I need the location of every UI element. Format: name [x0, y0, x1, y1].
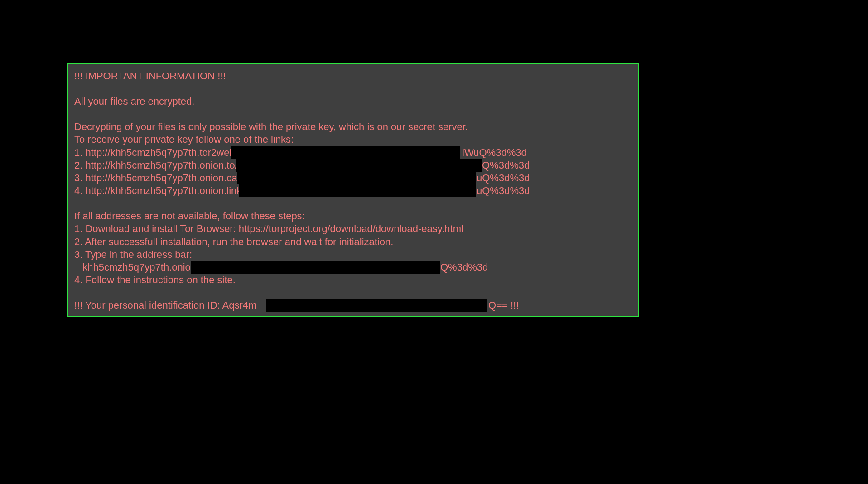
- step-3-line: 3. Type in the address bar:: [74, 248, 632, 261]
- link-2-suffix: Q%3d%3d: [482, 159, 530, 172]
- follow-links-line: To receive your private key follow one o…: [74, 133, 632, 146]
- redaction-bar: [239, 184, 476, 197]
- step-1-line: 1. Download and install Tor Browser: htt…: [74, 223, 632, 235]
- redaction-bar: [191, 261, 440, 274]
- personal-id-suffix: Q== !!!: [488, 299, 519, 312]
- decrypt-intro-line: Decrypting of your files is only possibl…: [74, 121, 632, 133]
- link-3-suffix: uQ%3d%3d: [477, 172, 530, 184]
- blank-line: [74, 286, 632, 299]
- personal-id-line: !!! Your personal identification ID: Aqs…: [74, 299, 632, 312]
- blank-line: [74, 197, 632, 210]
- redaction-bar: [237, 172, 476, 184]
- blank-line: [74, 108, 632, 121]
- redaction-bar: [236, 159, 482, 172]
- link-4-line: 4. http://khh5cmzh5q7yp7th.onion.link/?i…: [74, 184, 632, 197]
- blank-line: [74, 82, 632, 95]
- redaction-bar: [266, 299, 487, 312]
- link-1-suffix: lWuQ%3d%3d: [462, 146, 527, 159]
- link-2-line: 2. http://khh5cmzh5q7yp7th.onion.to/?id=…: [74, 159, 632, 172]
- note-header: !!! IMPORTANT INFORMATION !!!: [74, 70, 632, 82]
- step-4-line: 4. Follow the instructions on the site.: [74, 274, 632, 286]
- link-1-line: 1. http://khh5cmzh5q7yp7th.tor2web.org/?…: [74, 146, 632, 159]
- fallback-intro-line: If all addresses are not available, foll…: [74, 210, 632, 223]
- step-3-url-suffix: Q%3d%3d: [440, 261, 488, 274]
- redaction-bar: [231, 146, 460, 159]
- step-3-url-line: khh5cmzh5q7yp7th.onion/?id=Aqsr4m Q%3d%3…: [74, 261, 632, 274]
- step-2-line: 2. After successfull installation, run t…: [74, 236, 632, 248]
- ransom-note-panel: !!! IMPORTANT INFORMATION !!! All your f…: [67, 63, 639, 317]
- link-4-suffix: uQ%3d%3d: [477, 184, 530, 197]
- link-3-line: 3. http://khh5cmzh5q7yp7th.onion.cab/?id…: [74, 172, 632, 184]
- encrypted-line: All your files are encrypted.: [74, 95, 632, 108]
- personal-id-prefix: !!! Your personal identification ID: Aqs…: [74, 300, 256, 311]
